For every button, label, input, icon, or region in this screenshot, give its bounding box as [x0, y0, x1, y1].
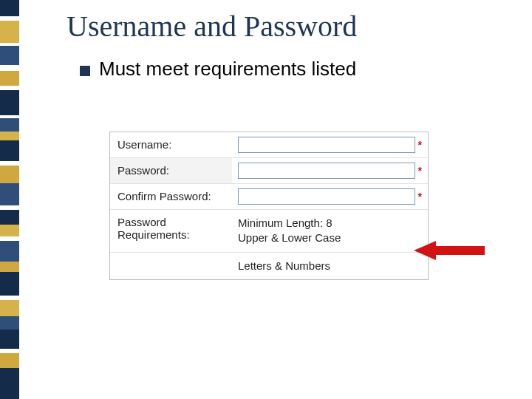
stripe-segment — [0, 316, 19, 330]
confirm-password-label: Confirm Password: — [110, 184, 232, 209]
stripe-segment — [0, 140, 19, 161]
stripe-segment — [0, 353, 19, 368]
requirement-line: Letters & Numbers — [238, 259, 422, 273]
stripe-segment — [0, 241, 19, 262]
password-requirements-label: Password Requirements: — [110, 210, 232, 252]
page-title: Username and Password — [66, 9, 357, 44]
stripe-segment — [0, 21, 19, 43]
password-label: Password: — [110, 158, 232, 183]
requirement-line: Minimum Length: 8 — [238, 216, 422, 231]
stripe-segment — [0, 330, 19, 349]
stripe-segment — [0, 262, 19, 272]
slide: Username and Password Must meet requirem… — [0, 0, 532, 399]
stripe-segment — [0, 300, 19, 316]
bullet-item: Must meet requirements listed — [80, 58, 356, 81]
password-requirements-value: Minimum Length: 8 Upper & Lower Case — [232, 210, 428, 252]
stripe-segment — [0, 166, 19, 183]
confirm-password-input[interactable] — [238, 188, 415, 205]
arrow-left-icon — [414, 241, 485, 260]
stripe-segment — [0, 132, 19, 140]
stripe-segment — [0, 90, 19, 115]
stripe-segment — [0, 0, 19, 16]
stripe-segment — [0, 118, 19, 132]
stripe-segment — [0, 272, 19, 296]
required-asterisk: * — [418, 191, 422, 202]
credentials-form: Username: * Password: * Confirm Password… — [109, 132, 429, 280]
bullet-text: Must meet requirements listed — [99, 58, 356, 81]
username-input[interactable] — [238, 137, 415, 153]
empty-label — [110, 253, 232, 279]
required-asterisk: * — [418, 165, 422, 177]
username-label: Username: — [110, 132, 232, 157]
bullet-square-icon — [80, 66, 90, 76]
required-asterisk: * — [418, 139, 422, 151]
stripe-segment — [0, 65, 19, 71]
decorative-stripe — [0, 0, 19, 399]
stripe-segment — [0, 368, 19, 399]
svg-marker-0 — [414, 241, 485, 260]
password-requirements-value: Letters & Numbers — [232, 253, 428, 279]
stripe-segment — [0, 225, 19, 236]
password-input[interactable] — [238, 163, 415, 179]
requirement-line: Upper & Lower Case — [238, 231, 422, 245]
stripe-segment — [0, 71, 19, 86]
stripe-segment — [0, 210, 19, 225]
stripe-segment — [0, 183, 19, 205]
stripe-segment — [0, 46, 19, 65]
